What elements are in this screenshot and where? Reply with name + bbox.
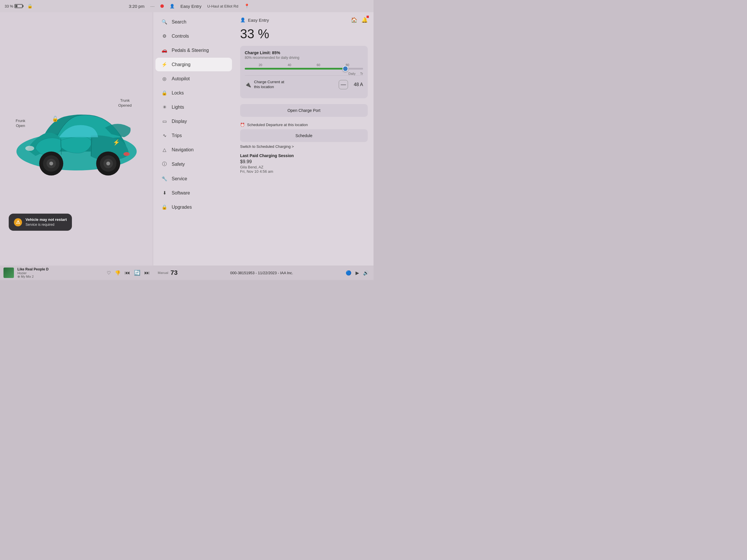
- svg-point-8: [106, 162, 110, 165]
- schedule-button[interactable]: Schedule: [240, 129, 368, 142]
- charging-label: Charging: [172, 62, 190, 67]
- charging-icon: ⚡: [161, 62, 168, 67]
- music-info: Like Real People D Hozier ⊕ My Mix 2: [18, 267, 103, 278]
- car-container: Frunk Open Trunk Opened 🔓 ⚡: [7, 78, 146, 200]
- display-label: Display: [172, 119, 187, 124]
- menu-item-display[interactable]: ▭ Display: [155, 114, 232, 128]
- locks-label: Locks: [172, 90, 184, 96]
- plug-icon: 🔌: [245, 81, 251, 88]
- menu-item-search[interactable]: 🔍 Search: [155, 15, 232, 29]
- warning-text-block: Vehicle may not restart Service is requi…: [26, 217, 67, 227]
- charge-limit-title: Charge Limit: 85%: [245, 50, 363, 55]
- battery-fill: [16, 5, 18, 7]
- heart-icon[interactable]: ♡: [107, 270, 111, 276]
- thumbs-down-icon[interactable]: 👎: [115, 270, 121, 276]
- menu-item-upgrades[interactable]: 🔒 Upgrades: [155, 200, 232, 214]
- safety-icon: ⓘ: [161, 161, 168, 167]
- manual-label: Manual: [158, 271, 168, 274]
- trips-label: Trips: [172, 133, 182, 138]
- menu-item-locks[interactable]: 🔒 Locks: [155, 86, 232, 100]
- warning-triangle-icon: ⚠: [14, 218, 22, 226]
- time-display: 3:20 pm: [129, 4, 145, 9]
- svg-point-9: [25, 146, 34, 151]
- menu-item-trips[interactable]: ∿ Trips: [155, 129, 232, 142]
- safety-label: Safety: [172, 162, 185, 167]
- charge-limit-card: Charge Limit: 85% 80% recommended for da…: [240, 46, 368, 98]
- battery-percent-label: 33 %: [5, 4, 14, 8]
- warning-notification[interactable]: ⚠ Vehicle may not restart Service is req…: [9, 214, 72, 231]
- display-icon: ▭: [161, 118, 168, 124]
- right-panel-header: 👤 Easy Entry 🏠 🔔: [240, 17, 368, 23]
- warning-subtitle: Service is required: [26, 222, 67, 227]
- menu-item-pedals[interactable]: 🚗 Pedals & Steering: [155, 44, 232, 57]
- artist-name: Hozier: [18, 271, 103, 275]
- pedals-icon: 🚗: [161, 48, 168, 53]
- battery-icon: [15, 4, 23, 8]
- search-label: Search: [172, 20, 186, 25]
- software-label: Software: [172, 190, 190, 196]
- switch-charging-link[interactable]: Switch to Scheduled Charging >: [240, 144, 368, 149]
- slider-fill: [245, 68, 345, 70]
- easy-entry-status[interactable]: Easy Entry: [180, 4, 202, 9]
- menu-item-safety[interactable]: ⓘ Safety: [155, 157, 232, 171]
- bluetooth-icon[interactable]: 🔵: [346, 270, 352, 276]
- taskbar-center: 000-38151953 - 11/22/2023 - IAA Inc.: [230, 271, 293, 275]
- svg-point-4: [49, 162, 53, 165]
- charging-details-panel: 👤 Easy Entry 🏠 🔔 33 % Charge Limit: 85% …: [234, 12, 374, 266]
- repeat-icon[interactable]: 🔄: [134, 270, 140, 276]
- menu-item-charging[interactable]: ⚡ Charging: [155, 58, 232, 71]
- music-controls[interactable]: ♡ 👎 ⏮ 🔄 ⏭: [107, 270, 150, 276]
- upgrades-icon: 🔒: [161, 204, 168, 210]
- easy-entry-header: 👤 Easy Entry: [240, 18, 269, 23]
- charge-limit-slider[interactable]: [245, 68, 363, 70]
- decrease-current-button[interactable]: —: [339, 80, 348, 89]
- charge-amps-display: 48 A: [352, 82, 363, 87]
- menu-item-lights[interactable]: ✳ Lights: [155, 100, 232, 114]
- slider-thumb[interactable]: [342, 66, 348, 72]
- menu-item-controls[interactable]: ⚙ Controls: [155, 29, 232, 43]
- media-icon[interactable]: ▶: [356, 270, 359, 276]
- svg-point-10: [123, 152, 130, 156]
- clock-icon: ⏰: [240, 123, 245, 127]
- car-svg: [7, 78, 146, 200]
- prev-track-icon[interactable]: ⏮: [125, 270, 130, 276]
- slider-label-20: 20: [259, 63, 262, 67]
- charge-current-right[interactable]: — 48 A: [339, 80, 363, 89]
- menu-item-navigation[interactable]: △ Navigation: [155, 143, 232, 157]
- controls-icon: ⚙: [161, 33, 168, 39]
- taskbar-left: Manual 73: [158, 269, 178, 276]
- search-icon: 🔍: [161, 19, 168, 25]
- next-track-icon[interactable]: ⏭: [145, 270, 150, 276]
- slider-track: [245, 68, 363, 70]
- record-icon: [160, 4, 164, 8]
- menu-panel: 🔍 Search ⚙ Controls 🚗 Pedals & Steering …: [153, 12, 234, 266]
- home-icon[interactable]: 🏠: [351, 17, 357, 23]
- bell-icon[interactable]: 🔔: [361, 17, 368, 23]
- person-icon: 👤: [170, 4, 175, 8]
- menu-item-autopilot[interactable]: ◎ Autopilot: [155, 72, 232, 85]
- navigation-icon: △: [161, 147, 168, 153]
- last-session-date: Fri, Nov 10 4:56 am: [240, 169, 368, 174]
- slider-label-60: 60: [317, 63, 320, 67]
- battery-percent-display: 33 %: [240, 27, 368, 41]
- person-header-icon: 👤: [240, 18, 246, 23]
- menu-item-service[interactable]: 🔧 Service: [155, 172, 232, 186]
- easy-entry-header-label: Easy Entry: [248, 18, 269, 23]
- music-player-bar[interactable]: Like Real People D Hozier ⊕ My Mix 2 ♡ 👎…: [0, 266, 153, 280]
- locks-icon: 🔒: [161, 90, 168, 96]
- service-icon: 🔧: [161, 176, 168, 182]
- scheduled-departure-text: Scheduled Departure at this location: [247, 123, 308, 127]
- last-session-location: Gila Bend, AZ: [240, 165, 368, 169]
- last-session-title: Last Paid Charging Session: [240, 153, 368, 158]
- menu-item-software[interactable]: ⬇ Software: [155, 186, 232, 200]
- vin-info: 000-38151953 - 11/22/2023 - IAA Inc.: [230, 271, 293, 275]
- album-art: [3, 268, 14, 278]
- location-label[interactable]: U-Haul at Elliot Rd: [207, 4, 238, 8]
- volume-icon[interactable]: 🔊: [363, 270, 369, 276]
- lights-icon: ✳: [161, 104, 168, 110]
- open-charge-port-button[interactable]: Open Charge Port: [240, 104, 368, 117]
- software-icon: ⬇: [161, 190, 168, 196]
- last-session-price: $9.99: [240, 159, 368, 164]
- controls-label: Controls: [172, 34, 189, 39]
- scheduled-departure-label: ⏰ Scheduled Departure at this location: [240, 123, 368, 127]
